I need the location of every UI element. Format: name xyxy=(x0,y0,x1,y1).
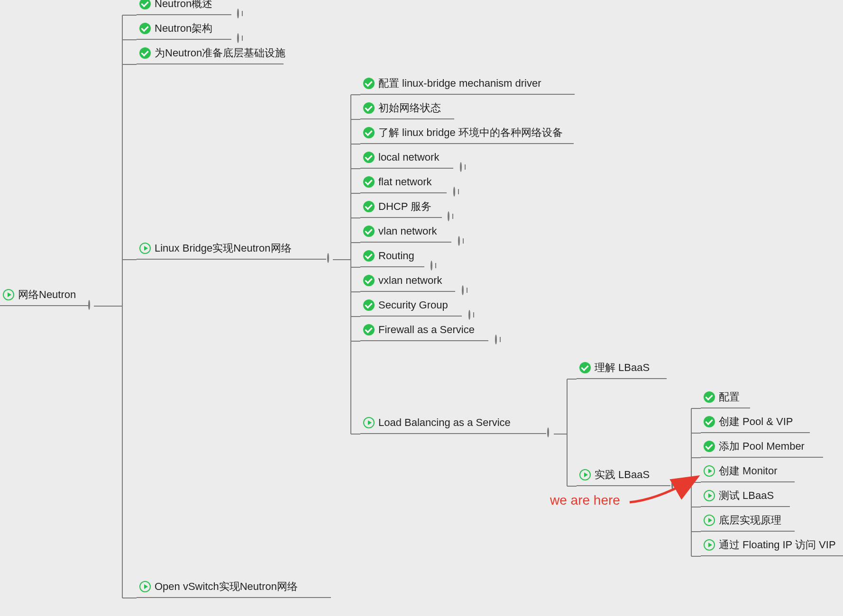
expand-toggle xyxy=(495,335,505,346)
node-neutron-arch[interactable]: Neutron架构 xyxy=(137,18,231,40)
expand-toggle xyxy=(462,286,472,297)
annotation-here: we are here xyxy=(550,493,620,508)
node-label: 配置 xyxy=(719,390,740,404)
node-linux-bridge[interactable]: Linux Bridge实现Neutron网络 xyxy=(137,238,326,260)
plus-icon[interactable] xyxy=(237,33,239,43)
node-lb-vxlan[interactable]: vxlan network xyxy=(360,270,455,292)
node-neutron-prep[interactable]: 为Neutron准备底层基础设施 xyxy=(137,43,284,64)
plus-icon[interactable] xyxy=(431,261,432,271)
node-label: vxlan network xyxy=(378,274,442,287)
check-icon xyxy=(139,23,151,34)
expand-toggle xyxy=(237,9,247,20)
node-practice-cfg[interactable]: 配置 xyxy=(701,387,750,408)
collapse-toggle xyxy=(88,301,99,311)
node-label: Neutron架构 xyxy=(155,21,212,36)
minus-icon[interactable] xyxy=(88,300,90,310)
minus-icon[interactable] xyxy=(327,253,329,263)
node-lb-lbaas[interactable]: Load Balancing as a Service xyxy=(360,412,546,434)
node-lb-init[interactable]: 初始网络状态 xyxy=(360,98,454,119)
plus-icon[interactable] xyxy=(495,335,497,344)
play-icon xyxy=(3,289,14,300)
play-icon xyxy=(363,417,375,428)
node-label: 初始网络状态 xyxy=(378,101,441,115)
check-icon xyxy=(363,299,375,311)
play-icon xyxy=(579,469,591,480)
plus-icon[interactable] xyxy=(237,9,239,18)
check-icon xyxy=(363,324,375,335)
node-label: 了解 linux bridge 环境中的各种网络设备 xyxy=(378,126,563,140)
check-icon xyxy=(363,152,375,163)
node-practice-monitor[interactable]: 创建 Monitor xyxy=(701,461,795,482)
node-label: 理解 LBaaS xyxy=(595,361,650,375)
node-label: Linux Bridge实现Neutron网络 xyxy=(155,241,292,255)
expand-toggle xyxy=(458,237,468,247)
node-label: 通过 Floating IP 访问 VIP xyxy=(719,538,836,552)
node-lb-flat[interactable]: flat network xyxy=(360,172,447,193)
node-label: 底层实现原理 xyxy=(719,513,781,527)
mindmap-canvas: 网络Neutron Neutron概述 Neutron架构 为Neutron准备… xyxy=(0,0,843,616)
node-lbaas-understand[interactable]: 理解 LBaaS xyxy=(577,357,667,379)
node-label: 创建 Pool & VIP xyxy=(719,415,793,429)
node-label: vlan network xyxy=(378,225,437,237)
node-ovs[interactable]: Open vSwitch实现Neutron网络 xyxy=(137,576,331,598)
node-lb-devices[interactable]: 了解 linux bridge 环境中的各种网络设备 xyxy=(360,122,574,144)
plus-icon[interactable] xyxy=(458,236,460,246)
play-icon xyxy=(704,490,715,501)
plus-icon[interactable] xyxy=(453,187,455,197)
check-icon xyxy=(704,391,715,403)
plus-icon[interactable] xyxy=(460,162,462,172)
node-label: Routing xyxy=(378,250,414,262)
check-icon xyxy=(704,441,715,452)
node-lb-local[interactable]: local network xyxy=(360,147,453,169)
collapse-toggle xyxy=(547,428,558,439)
node-label: Neutron概述 xyxy=(155,0,212,11)
plus-icon[interactable] xyxy=(448,211,449,221)
node-lb-sg[interactable]: Security Group xyxy=(360,295,462,317)
play-icon xyxy=(704,465,715,477)
node-practice-test[interactable]: 测试 LBaaS xyxy=(701,485,790,507)
node-lb-cfg[interactable]: 配置 linux-bridge mechanism driver xyxy=(360,73,575,95)
node-neutron-overview[interactable]: Neutron概述 xyxy=(137,0,231,15)
play-icon xyxy=(139,581,151,592)
node-lb-dhcp[interactable]: DHCP 服务 xyxy=(360,196,442,218)
collapse-toggle xyxy=(327,254,338,264)
play-icon xyxy=(704,515,715,526)
node-label: Firewall as a Service xyxy=(378,324,475,336)
node-label: 创建 Monitor xyxy=(719,464,777,478)
minus-icon[interactable] xyxy=(547,427,549,437)
plus-icon[interactable] xyxy=(468,310,470,320)
node-label: 为Neutron准备底层基础设施 xyxy=(155,46,285,60)
play-icon xyxy=(139,243,151,254)
arrow-icon xyxy=(626,474,702,512)
node-label: 测试 LBaaS xyxy=(719,489,774,503)
node-label: 添加 Pool Member xyxy=(719,439,805,453)
expand-toggle xyxy=(460,163,470,173)
check-icon xyxy=(363,201,375,212)
node-practice-pool[interactable]: 创建 Pool & VIP xyxy=(701,411,810,433)
node-label: local network xyxy=(378,151,439,163)
node-lb-fwaas[interactable]: Firewall as a Service xyxy=(360,319,488,341)
plus-icon[interactable] xyxy=(462,285,464,295)
check-icon xyxy=(363,226,375,237)
node-label: 网络Neutron xyxy=(18,288,76,302)
check-icon xyxy=(363,102,375,114)
node-label: DHCP 服务 xyxy=(378,199,431,214)
node-label: flat network xyxy=(378,176,432,188)
node-practice-fip[interactable]: 通过 Floating IP 访问 VIP xyxy=(701,534,843,556)
node-practice-member[interactable]: 添加 Pool Member xyxy=(701,436,823,458)
node-label: Open vSwitch实现Neutron网络 xyxy=(155,580,298,594)
node-label: Security Group xyxy=(378,299,448,311)
check-icon xyxy=(579,362,591,373)
check-icon xyxy=(363,78,375,89)
node-lb-routing[interactable]: Routing xyxy=(360,245,424,267)
node-practice-impl[interactable]: 底层实现原理 xyxy=(701,510,795,532)
check-icon xyxy=(363,250,375,262)
check-icon xyxy=(139,47,151,59)
play-icon xyxy=(704,539,715,551)
check-icon xyxy=(139,0,151,9)
node-label: 配置 linux-bridge mechanism driver xyxy=(378,76,541,91)
node-root[interactable]: 网络Neutron xyxy=(0,284,88,306)
check-icon xyxy=(363,275,375,286)
check-icon xyxy=(363,127,375,138)
node-lb-vlan[interactable]: vlan network xyxy=(360,221,451,243)
